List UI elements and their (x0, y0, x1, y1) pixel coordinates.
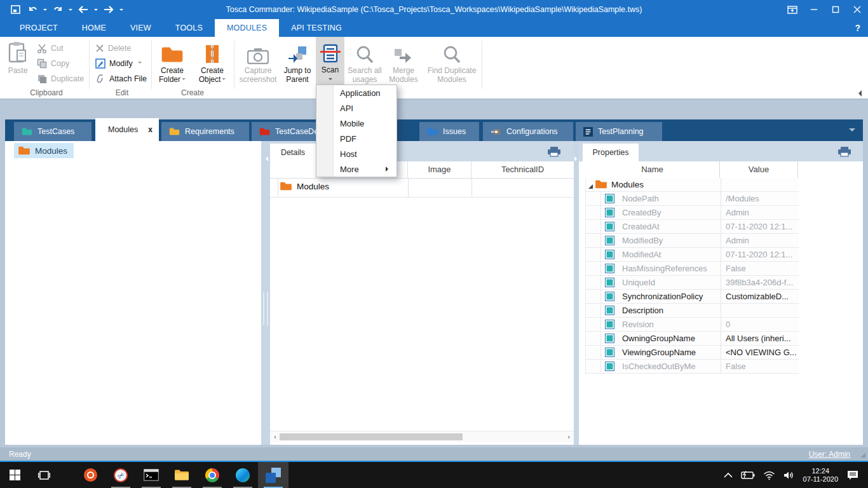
ribbon-display-options-icon[interactable] (782, 0, 803, 19)
ribbon-tab-tools[interactable]: TOOLS (163, 19, 215, 37)
capture-screenshot-button[interactable]: Capture screenshot (238, 39, 278, 88)
property-row[interactable]: UniqueId39f8b3a4-206d-f... (586, 276, 799, 290)
menu-item-more[interactable]: More (316, 161, 397, 177)
property-row[interactable]: NodePath/Modules (586, 192, 799, 206)
menu-item-application[interactable]: Application (316, 85, 397, 100)
undo-dropdown-icon[interactable] (43, 9, 47, 13)
scroll-right-icon[interactable]: › (564, 432, 573, 442)
maximize-button[interactable] (825, 0, 846, 19)
jump-to-parent-button[interactable]: Jump to Parent (280, 39, 315, 88)
undo-icon[interactable] (26, 3, 39, 16)
start-button[interactable] (0, 462, 29, 488)
column-header-technicalid[interactable]: TechnicalID (471, 161, 574, 178)
tab-requirements[interactable]: Requirements (161, 122, 249, 141)
taskbar-ubuntu[interactable] (75, 462, 105, 488)
taskbar-command-prompt[interactable] (136, 462, 166, 488)
property-row[interactable]: ViewingGroupName<NO VIEWING G... (586, 346, 799, 360)
attach-file-button[interactable]: Attach File (95, 72, 147, 86)
property-row[interactable]: CreatedAt07-11-2020 12:1... (586, 220, 799, 234)
print-icon[interactable] (837, 146, 851, 157)
action-center-icon[interactable] (846, 470, 859, 481)
horizontal-scrollbar[interactable]: ‹ › (270, 431, 574, 442)
create-object-dropdown-icon[interactable] (222, 78, 226, 82)
property-value[interactable]: CustomizableD... (726, 292, 801, 301)
taskbar-chrome[interactable] (197, 462, 227, 488)
scan-dropdown-icon[interactable] (329, 78, 332, 82)
forward-icon[interactable] (102, 3, 115, 16)
search-all-usages-button[interactable]: Search all usages (347, 39, 383, 88)
print-icon[interactable] (547, 146, 561, 157)
right-splitter[interactable] (574, 141, 579, 445)
close-button[interactable] (846, 0, 868, 19)
left-splitter[interactable] (261, 141, 270, 445)
tab-details[interactable]: Details (270, 144, 316, 161)
task-view-button[interactable] (29, 462, 58, 488)
taskbar-clock[interactable]: 12:24 07-11-2020 (803, 467, 838, 484)
details-row-modules[interactable]: Modules (270, 178, 574, 198)
tab-close-icon[interactable]: x (148, 125, 153, 134)
property-value[interactable]: All Users (inheri... (726, 334, 801, 343)
ribbon-tab-home[interactable]: HOME (70, 19, 118, 37)
menu-item-host[interactable]: Host (316, 146, 397, 161)
delete-button[interactable]: Delete (95, 41, 131, 55)
tab-properties[interactable]: Properties (583, 144, 639, 161)
property-value[interactable]: <NO VIEWING G... (726, 348, 801, 357)
redo-icon[interactable] (51, 3, 64, 16)
ribbon-tab-api-testing[interactable]: API TESTING (279, 19, 354, 37)
create-folder-button[interactable]: Create Folder (154, 39, 191, 88)
tab-overflow-dropdown-icon[interactable] (849, 128, 855, 135)
menu-item-api[interactable]: API (316, 100, 397, 116)
user-link[interactable]: User: Admin (809, 450, 850, 459)
minimize-button[interactable] (803, 0, 825, 19)
property-value[interactable]: 07-11-2020 12:1... (726, 222, 801, 231)
duplicate-button[interactable]: Duplicate (37, 72, 84, 86)
modify-dropdown-icon[interactable] (138, 62, 142, 65)
save-icon[interactable] (9, 3, 22, 16)
property-value[interactable]: 07-11-2020 12:1... (726, 250, 801, 259)
taskbar-file-explorer[interactable] (166, 462, 197, 488)
tab-testplanning[interactable]: TestPlanning (576, 122, 662, 141)
property-row[interactable]: OwningGroupNameAll Users (inheri... (586, 332, 799, 346)
property-row[interactable]: IsCheckedOutByMeFalse (586, 360, 799, 374)
column-header-name[interactable]: Name (585, 161, 720, 178)
property-row[interactable]: ModifiedByAdmin (586, 234, 799, 248)
modify-button[interactable]: Modify (95, 57, 142, 71)
collapse-left-icon[interactable] (263, 156, 268, 161)
scrollbar-thumb[interactable] (280, 433, 463, 440)
copy-button[interactable]: Copy (37, 57, 69, 71)
property-value[interactable]: Admin (726, 236, 801, 245)
speaker-icon[interactable] (783, 471, 795, 480)
taskbar-snipping-tool[interactable]: ✂ (105, 462, 136, 488)
expander-icon[interactable] (588, 182, 593, 191)
ribbon-tab-modules[interactable]: MODULES (215, 19, 279, 37)
property-row[interactable]: HasMissingReferencesFalse (586, 262, 799, 276)
menu-item-pdf[interactable]: PDF (316, 131, 397, 146)
cut-button[interactable]: Cut (37, 41, 63, 55)
tray-expand-icon[interactable] (724, 472, 733, 478)
battery-icon[interactable] (741, 471, 755, 479)
property-value[interactable]: /Modules (726, 194, 801, 203)
help-icon[interactable]: ? (855, 23, 860, 33)
resize-grip[interactable]: ◢ (860, 451, 865, 458)
merge-modules-button[interactable]: Merge Modules (385, 39, 422, 88)
ribbon-collapse-icon[interactable] (855, 90, 862, 97)
column-header-image[interactable]: Image (408, 161, 471, 178)
tab-issues[interactable]: Issues (419, 122, 479, 141)
property-value[interactable]: False (726, 362, 801, 371)
tab-modules[interactable]: Modules x (95, 118, 159, 141)
scan-button[interactable]: Scan (316, 37, 344, 85)
create-folder-dropdown-icon[interactable] (182, 78, 186, 82)
scroll-left-icon[interactable]: ‹ (271, 432, 280, 442)
property-value[interactable]: Admin (726, 208, 801, 217)
column-header-value[interactable]: Value (720, 161, 798, 178)
property-value[interactable]: False (726, 264, 801, 273)
tree-item-modules[interactable]: Modules (14, 143, 74, 158)
back-icon[interactable] (77, 3, 90, 16)
create-object-button[interactable]: Create Object (194, 39, 231, 88)
taskbar-tosca[interactable] (258, 462, 288, 488)
property-row[interactable]: CreatedByAdmin (586, 206, 799, 220)
wifi-icon[interactable] (763, 471, 775, 480)
property-row[interactable]: Revision0 (586, 318, 799, 332)
back-dropdown-icon[interactable] (94, 9, 98, 13)
paste-button[interactable]: Paste (4, 39, 32, 88)
